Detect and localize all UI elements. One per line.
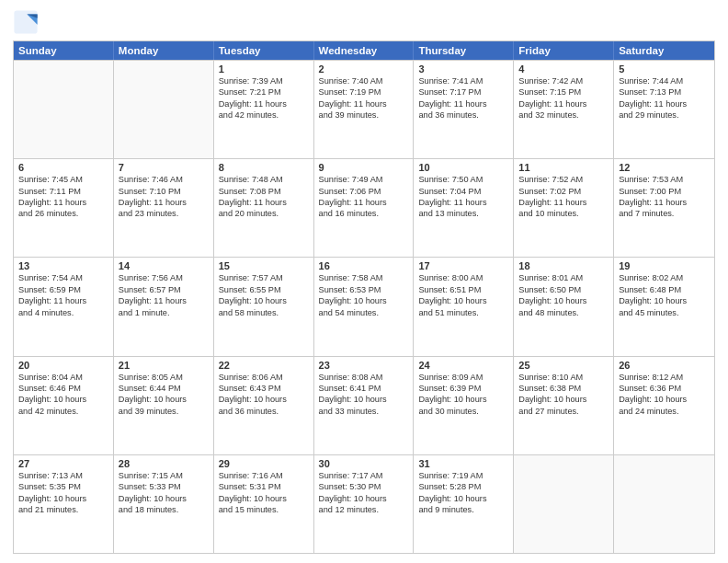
cell-info-line: Sunset: 7:00 PM [619, 186, 710, 197]
day-number: 8 [219, 162, 309, 173]
header-day-tuesday: Tuesday [214, 41, 314, 60]
cell-info-line: and 18 minutes. [119, 504, 209, 515]
cell-info-line: Daylight: 11 hours [619, 98, 710, 109]
cell-info-line: Daylight: 10 hours [619, 394, 710, 405]
cal-cell-r1c1: 7Sunrise: 7:46 AMSunset: 7:10 PMDaylight… [114, 159, 214, 257]
day-number: 11 [518, 162, 609, 173]
cell-info-line: and 45 minutes. [619, 307, 710, 318]
cell-info-line: and 27 minutes. [518, 406, 609, 417]
cell-info-line: Sunset: 7:10 PM [119, 186, 209, 197]
cell-info-line: Sunset: 5:30 PM [319, 481, 409, 492]
cal-cell-r1c4: 10Sunrise: 7:50 AMSunset: 7:04 PMDayligh… [414, 159, 514, 257]
cell-info-line: and 21 minutes. [18, 504, 108, 515]
cal-cell-r1c6: 12Sunrise: 7:53 AMSunset: 7:00 PMDayligh… [614, 159, 714, 257]
day-number: 4 [518, 63, 609, 75]
day-number: 18 [518, 260, 609, 271]
cell-info-line: Daylight: 10 hours [119, 493, 209, 504]
cell-info-line: Daylight: 10 hours [219, 295, 309, 306]
cell-info-line: Daylight: 10 hours [319, 493, 409, 504]
cell-info-line: Daylight: 11 hours [319, 197, 409, 208]
cell-info-line: Sunrise: 8:06 AM [219, 372, 309, 383]
cell-info-line: and 10 minutes. [518, 208, 609, 219]
cell-info-line: Daylight: 11 hours [619, 197, 710, 208]
cal-cell-r3c1: 21Sunrise: 8:05 AMSunset: 6:44 PMDayligh… [114, 357, 214, 454]
header-day-sunday: Sunday [14, 41, 114, 60]
cal-cell-r3c4: 24Sunrise: 8:09 AMSunset: 6:39 PMDayligh… [414, 357, 514, 454]
cell-info-line: Sunrise: 8:02 AM [619, 272, 710, 283]
day-number: 21 [119, 360, 209, 371]
cal-cell-r3c2: 22Sunrise: 8:06 AMSunset: 6:43 PMDayligh… [214, 357, 314, 454]
cell-info-line: Sunrise: 8:09 AM [418, 372, 508, 383]
cal-cell-r4c6 [614, 455, 714, 553]
cell-info-line: Daylight: 10 hours [619, 295, 710, 306]
cell-info-line: Sunset: 6:38 PM [518, 383, 609, 394]
cal-cell-r0c6: 5Sunrise: 7:44 AMSunset: 7:13 PMDaylight… [614, 61, 714, 158]
cell-info-line: Sunset: 7:15 PM [518, 86, 609, 98]
cell-info-line: Sunrise: 7:53 AM [619, 174, 710, 185]
cell-info-line: Daylight: 11 hours [319, 98, 409, 109]
cell-info-line: and 42 minutes. [219, 109, 309, 121]
cell-info-line: Sunset: 7:04 PM [418, 186, 508, 197]
cell-info-line: and 39 minutes. [119, 406, 209, 417]
cell-info-line: Sunrise: 7:15 AM [119, 470, 209, 481]
cal-cell-r4c5 [514, 455, 614, 553]
cell-info-line: and 42 minutes. [18, 406, 108, 417]
cell-info-line: Sunrise: 8:01 AM [518, 272, 609, 283]
day-number: 6 [18, 162, 108, 173]
cal-cell-r0c2: 1Sunrise: 7:39 AMSunset: 7:21 PMDaylight… [214, 61, 314, 158]
cell-info-line: Sunrise: 7:58 AM [319, 272, 409, 283]
cell-info-line: Sunset: 7:06 PM [319, 186, 409, 197]
cell-info-line: Sunrise: 7:57 AM [219, 272, 309, 283]
cell-info-line: and 9 minutes. [418, 504, 508, 515]
cell-info-line: and 36 minutes. [219, 406, 309, 417]
cell-info-line: Daylight: 10 hours [219, 493, 309, 504]
day-number: 1 [219, 63, 309, 75]
cell-info-line: Sunset: 6:57 PM [119, 284, 209, 295]
cell-info-line: Daylight: 11 hours [119, 197, 209, 208]
day-number: 28 [119, 458, 209, 469]
cell-info-line: and 39 minutes. [319, 109, 409, 121]
cell-info-line: Daylight: 10 hours [18, 394, 108, 405]
svg-rect-0 [14, 10, 37, 33]
day-number: 31 [418, 458, 508, 469]
day-number: 17 [418, 260, 508, 271]
cell-info-line: Sunset: 6:50 PM [518, 284, 609, 295]
cal-cell-r2c4: 17Sunrise: 8:00 AMSunset: 6:51 PMDayligh… [414, 258, 514, 355]
cell-info-line: Daylight: 11 hours [518, 197, 609, 208]
cell-info-line: Sunrise: 7:52 AM [518, 174, 609, 185]
day-number: 19 [619, 260, 710, 271]
cell-info-line: Sunset: 5:33 PM [119, 481, 209, 492]
cell-info-line: and 23 minutes. [119, 208, 209, 219]
day-number: 5 [619, 63, 710, 75]
cell-info-line: Sunrise: 7:46 AM [119, 174, 209, 185]
cell-info-line: and 1 minute. [119, 307, 209, 318]
cell-info-line: Sunset: 6:46 PM [18, 383, 108, 394]
cell-info-line: Sunset: 7:21 PM [219, 86, 309, 98]
cell-info-line: and 32 minutes. [518, 109, 609, 121]
day-number: 3 [418, 63, 508, 75]
cal-cell-r0c3: 2Sunrise: 7:40 AMSunset: 7:19 PMDaylight… [314, 61, 415, 158]
cell-info-line: Sunrise: 8:00 AM [418, 272, 508, 283]
header-day-friday: Friday [514, 41, 614, 60]
cell-info-line: and 48 minutes. [518, 307, 609, 318]
cell-info-line: Daylight: 10 hours [319, 394, 409, 405]
cell-info-line: and 29 minutes. [619, 109, 710, 121]
cal-cell-r0c4: 3Sunrise: 7:41 AMSunset: 7:17 PMDaylight… [414, 61, 514, 158]
calendar: SundayMondayTuesdayWednesdayThursdayFrid… [13, 40, 715, 554]
day-number: 29 [219, 458, 309, 469]
cal-cell-r1c3: 9Sunrise: 7:49 AMSunset: 7:06 PMDaylight… [314, 159, 415, 257]
day-number: 15 [219, 260, 309, 271]
cell-info-line: Daylight: 11 hours [418, 98, 508, 109]
day-number: 24 [418, 360, 508, 371]
cell-info-line: Sunrise: 7:48 AM [219, 174, 309, 185]
cell-info-line: Sunrise: 7:16 AM [219, 470, 309, 481]
day-number: 2 [319, 63, 409, 75]
cal-cell-r3c5: 25Sunrise: 8:10 AMSunset: 6:38 PMDayligh… [514, 357, 614, 454]
day-number: 12 [619, 162, 710, 173]
header-day-monday: Monday [114, 41, 214, 60]
cell-info-line: and 33 minutes. [319, 406, 409, 417]
day-number: 27 [18, 458, 108, 469]
cell-info-line: Daylight: 10 hours [319, 295, 409, 306]
cell-info-line: and 20 minutes. [219, 208, 309, 219]
cal-cell-r1c2: 8Sunrise: 7:48 AMSunset: 7:08 PMDaylight… [214, 159, 314, 257]
